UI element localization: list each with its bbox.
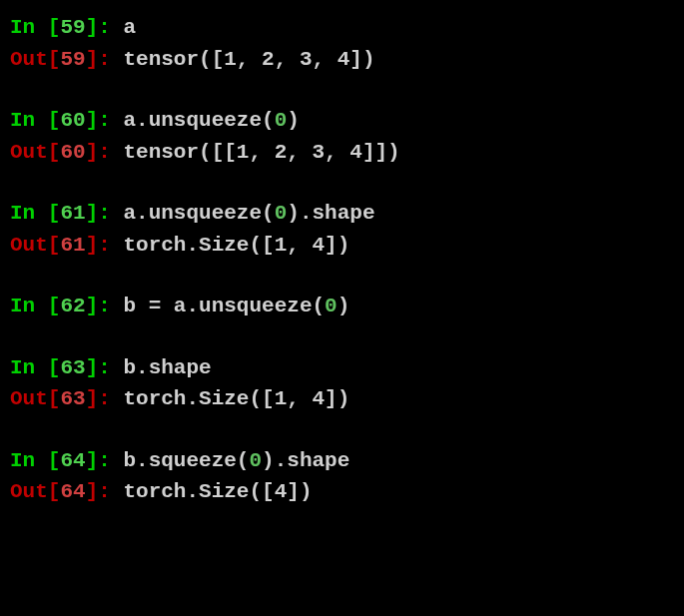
cell: In [62]: b = a.unsqueeze(0)	[10, 291, 674, 322]
input-line[interactable]: In [60]: a.unsqueeze(0)	[10, 105, 674, 137]
input-line[interactable]: In [59]: a	[10, 12, 674, 44]
output-line: Out[64]: torch.Size([4])	[10, 476, 674, 508]
input-line[interactable]: In [64]: b.squeeze(0).shape	[10, 445, 674, 477]
in-label: In [62]:	[10, 295, 123, 317]
output-line: Out[63]: torch.Size([1, 4])	[10, 383, 674, 415]
output-value: torch.Size([1, 4])	[123, 387, 349, 410]
out-label: Out[64]:	[10, 480, 123, 503]
cell: In [59]: a Out[59]: tensor([1, 2, 3, 4])	[10, 12, 674, 75]
in-label: In [60]:	[10, 109, 123, 132]
output-value: tensor([[1, 2, 3, 4]])	[123, 141, 399, 164]
input-line[interactable]: In [61]: a.unsqueeze(0).shape	[10, 198, 674, 230]
input-line[interactable]: In [63]: b.shape	[10, 352, 674, 384]
input-code: b.squeeze(0).shape	[123, 449, 349, 472]
in-label: In [63]:	[10, 356, 123, 379]
output-value: torch.Size([4])	[123, 480, 312, 503]
cell: In [60]: a.unsqueeze(0) Out[60]: tensor(…	[10, 105, 674, 168]
output-value: torch.Size([1, 4])	[123, 234, 349, 257]
output-line: Out[60]: tensor([[1, 2, 3, 4]])	[10, 137, 674, 169]
ipython-terminal: In [59]: a Out[59]: tensor([1, 2, 3, 4])…	[10, 12, 674, 508]
output-value: tensor([1, 2, 3, 4])	[123, 48, 374, 71]
out-label: Out[60]:	[10, 141, 123, 164]
output-line: Out[61]: torch.Size([1, 4])	[10, 230, 674, 262]
cell: In [61]: a.unsqueeze(0).shape Out[61]: t…	[10, 198, 674, 261]
out-label: Out[63]:	[10, 387, 123, 410]
out-label: Out[61]:	[10, 234, 123, 257]
in-label: In [59]:	[10, 16, 123, 39]
input-line[interactable]: In [62]: b = a.unsqueeze(0)	[10, 291, 674, 322]
input-code: b.shape	[123, 356, 211, 379]
in-label: In [61]:	[10, 202, 123, 225]
input-code: a.unsqueeze(0).shape	[123, 202, 374, 225]
cell: In [64]: b.squeeze(0).shape Out[64]: tor…	[10, 445, 674, 508]
input-code: b = a.unsqueeze(0)	[123, 295, 349, 317]
cell: In [63]: b.shape Out[63]: torch.Size([1,…	[10, 352, 674, 415]
in-label: In [64]:	[10, 449, 123, 472]
out-label: Out[59]:	[10, 48, 123, 71]
input-code: a	[123, 16, 136, 39]
input-code: a.unsqueeze(0)	[123, 109, 299, 132]
output-line: Out[59]: tensor([1, 2, 3, 4])	[10, 44, 674, 76]
